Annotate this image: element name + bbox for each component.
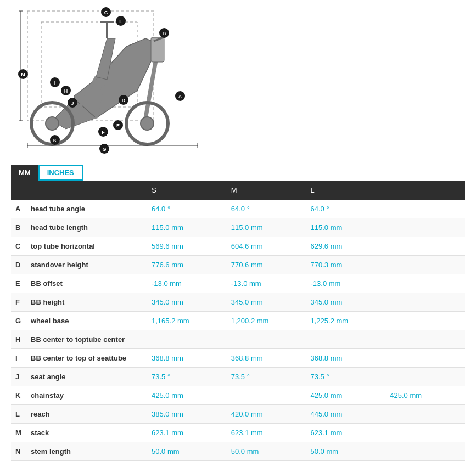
table-row: Nstem length50.0 mm50.0 mm50.0 mm	[11, 442, 465, 461]
row-value-s: 623.1 mm	[147, 424, 227, 442]
svg-text:I: I	[54, 80, 56, 86]
row-letter: F	[11, 293, 26, 312]
table-row: Dstandover height776.6 mm770.6 mm770.3 m…	[11, 256, 465, 274]
table-row: FBB height345.0 mm345.0 mm345.0 mm	[11, 293, 465, 312]
row-letter: I	[11, 349, 26, 368]
row-value-m: 604.6 mm	[227, 237, 306, 256]
svg-text:B: B	[163, 31, 166, 36]
row-label: BB center to top of seattube	[26, 349, 147, 368]
table-header-row: S M L	[11, 181, 465, 200]
row-value-extra	[385, 274, 465, 293]
svg-text:C: C	[104, 10, 108, 15]
row-value-m: 115.0 mm	[227, 218, 306, 237]
row-value-l: 1,225.2 mm	[306, 312, 386, 330]
row-value-l: 368.8 mm	[306, 349, 386, 368]
header-s: S	[147, 181, 227, 200]
row-value-l: 64.0 °	[306, 200, 386, 218]
row-value-extra	[385, 312, 465, 330]
row-label: stack	[26, 424, 147, 442]
row-value-l: 770.3 mm	[306, 256, 386, 274]
table-row: Bhead tube length115.0 mm115.0 mm115.0 m…	[11, 218, 465, 237]
header-m: M	[227, 181, 306, 200]
row-value-extra: 425.0 mm	[385, 386, 465, 405]
mm-button[interactable]: MM	[11, 165, 38, 181]
bike-diagram: A B C D E F G H I J	[11, 5, 214, 154]
row-value-extra	[385, 424, 465, 442]
svg-text:E: E	[116, 123, 120, 128]
table-row: Lreach385.0 mm420.0 mm445.0 mm	[11, 405, 465, 424]
row-value-l: 345.0 mm	[306, 293, 386, 312]
row-value-extra	[385, 442, 465, 461]
row-value-extra	[385, 256, 465, 274]
svg-text:L: L	[119, 19, 122, 24]
row-value-m: 420.0 mm	[227, 405, 306, 424]
row-value-l: 623.1 mm	[306, 424, 386, 442]
row-value-m: 1,200.2 mm	[227, 312, 306, 330]
row-letter: N	[11, 442, 26, 461]
row-label: stem length	[26, 442, 147, 461]
row-label: seat angle	[26, 368, 147, 386]
row-letter: H	[11, 330, 26, 349]
inches-button[interactable]: INCHES	[38, 165, 83, 181]
svg-point-11	[46, 117, 59, 130]
row-label: head tube length	[26, 218, 147, 237]
table-row: Mstack623.1 mm623.1 mm623.1 mm	[11, 424, 465, 442]
row-value-m: -13.0 mm	[227, 274, 306, 293]
table-row: Gwheel base1,165.2 mm1,200.2 mm1,225.2 m…	[11, 312, 465, 330]
header-l: L	[306, 181, 386, 200]
row-label: BB center to toptube center	[26, 330, 147, 349]
row-value-l: 445.0 mm	[306, 405, 386, 424]
row-letter: C	[11, 237, 26, 256]
svg-text:K: K	[53, 138, 57, 143]
row-value-s: 569.6 mm	[147, 237, 227, 256]
row-letter: G	[11, 312, 26, 330]
row-value-s: 115.0 mm	[147, 218, 227, 237]
row-letter: E	[11, 274, 26, 293]
svg-text:M: M	[21, 72, 25, 77]
row-label: reach	[26, 405, 147, 424]
svg-text:D: D	[122, 98, 126, 103]
row-value-m	[227, 386, 306, 405]
row-label: BB height	[26, 293, 147, 312]
row-value-m: 50.0 mm	[227, 442, 306, 461]
row-value-extra	[385, 200, 465, 218]
table-row: EBB offset-13.0 mm-13.0 mm-13.0 mm	[11, 274, 465, 293]
row-value-extra	[385, 405, 465, 424]
svg-text:H: H	[64, 88, 68, 94]
row-value-l: 425.0 mm	[306, 386, 386, 405]
table-row: Ahead tube angle64.0 °64.0 °64.0 °	[11, 200, 465, 218]
svg-text:G: G	[102, 147, 106, 152]
row-label: BB offset	[26, 274, 147, 293]
row-value-extra	[385, 293, 465, 312]
specs-table: S M L Ahead tube angle64.0 °64.0 °64.0 °…	[11, 181, 465, 461]
row-value-s: 425.0 mm	[147, 386, 227, 405]
row-letter: L	[11, 405, 26, 424]
row-value-s: 385.0 mm	[147, 405, 227, 424]
header-letter	[11, 181, 26, 200]
svg-point-13	[141, 117, 154, 130]
row-value-l: 115.0 mm	[306, 218, 386, 237]
table-row: Kchainstay425.0 mm425.0 mm425.0 mm	[11, 386, 465, 405]
row-value-m: 770.6 mm	[227, 256, 306, 274]
row-value-m: 623.1 mm	[227, 424, 306, 442]
row-value-m	[227, 330, 306, 349]
row-label: chainstay	[26, 386, 147, 405]
row-value-s: 345.0 mm	[147, 293, 227, 312]
row-value-l: -13.0 mm	[306, 274, 386, 293]
svg-text:J: J	[71, 100, 74, 106]
row-value-extra	[385, 330, 465, 349]
svg-rect-14	[151, 37, 164, 62]
page-container: A B C D E F G H I J	[0, 0, 476, 461]
svg-text:F: F	[102, 130, 105, 135]
row-label: standover height	[26, 256, 147, 274]
row-value-extra	[385, 349, 465, 368]
row-value-m: 368.8 mm	[227, 349, 306, 368]
svg-text:A: A	[178, 94, 182, 99]
row-value-l: 50.0 mm	[306, 442, 386, 461]
table-row: Ctop tube horizontal569.6 mm604.6 mm629.…	[11, 237, 465, 256]
row-value-s: 50.0 mm	[147, 442, 227, 461]
row-label: top tube horizontal	[26, 237, 147, 256]
unit-toggle: MM INCHES	[11, 165, 465, 181]
row-value-extra	[385, 218, 465, 237]
row-label: head tube angle	[26, 200, 147, 218]
